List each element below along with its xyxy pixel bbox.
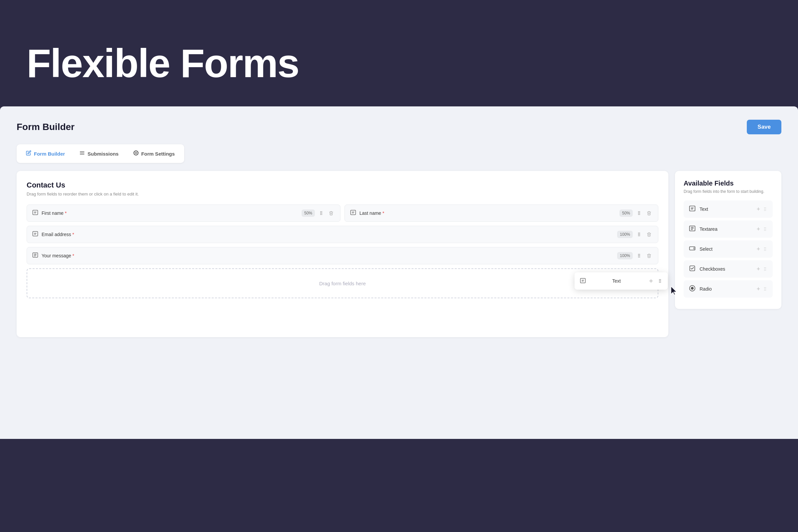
field-first-name-label: First name *: [41, 210, 66, 216]
svg-point-39: [638, 257, 639, 258]
svg-point-10: [322, 213, 322, 213]
field-last-name-label: Last name *: [359, 210, 384, 216]
text-icon: [689, 205, 696, 213]
svg-rect-4: [33, 210, 38, 215]
svg-point-69: [764, 230, 765, 231]
available-field-radio[interactable]: Radio +: [684, 280, 773, 298]
field-message[interactable]: Your message * 100%: [26, 247, 658, 264]
app-container: Form Builder Save Form Builder Submissio: [0, 107, 798, 439]
add-select-icon[interactable]: +: [757, 246, 760, 253]
field-email-delete[interactable]: [645, 231, 653, 238]
drag-checkboxes-icon[interactable]: [763, 267, 767, 271]
text-field-icon-2: [350, 209, 356, 217]
floating-card-label: Text: [589, 278, 644, 284]
field-email-width: 100%: [617, 231, 633, 238]
available-field-textarea[interactable]: Textarea +: [684, 221, 773, 238]
text-field-icon: [32, 209, 38, 217]
field-first-name-drag[interactable]: [318, 209, 325, 217]
svg-point-3: [135, 152, 137, 154]
text-field-icon-3: [32, 231, 38, 238]
svg-point-36: [640, 254, 640, 255]
svg-point-19: [640, 213, 640, 213]
svg-point-93: [765, 290, 766, 291]
field-message-width: 100%: [617, 252, 633, 259]
field-email-label: Email address *: [41, 232, 74, 237]
tab-submissions-label: Submissions: [88, 151, 118, 157]
svg-point-88: [764, 287, 765, 288]
tab-form-settings[interactable]: Form Settings: [127, 147, 182, 160]
field-last-name[interactable]: Last name * 50%: [344, 205, 658, 222]
tab-submissions[interactable]: Submissions: [73, 147, 125, 160]
field-message-delete[interactable]: [645, 252, 653, 259]
save-button[interactable]: Save: [747, 120, 781, 134]
floating-card-icon: [580, 278, 586, 285]
svg-point-70: [765, 230, 766, 231]
svg-point-59: [764, 210, 765, 211]
svg-point-73: [764, 247, 765, 248]
svg-point-40: [640, 257, 640, 258]
svg-point-78: [765, 250, 766, 251]
svg-point-90: [764, 289, 765, 289]
svg-point-77: [764, 250, 765, 251]
available-fields-title: Available Fields: [684, 179, 773, 187]
svg-rect-41: [581, 278, 586, 283]
form-panel: Contact Us Drag form fields to reorder t…: [17, 171, 668, 337]
field-last-name-delete[interactable]: [645, 209, 653, 217]
svg-point-37: [638, 255, 639, 256]
available-field-textarea-label: Textarea: [700, 226, 718, 232]
floating-card-add[interactable]: [647, 277, 655, 285]
drag-text-icon[interactable]: [763, 207, 767, 211]
svg-point-87: [691, 287, 694, 290]
svg-point-57: [764, 209, 765, 209]
edit-icon: [26, 150, 31, 157]
svg-point-26: [640, 233, 640, 233]
svg-point-35: [638, 254, 639, 255]
drag-radio-icon[interactable]: [763, 287, 767, 291]
field-first-name[interactable]: First name * 50%: [26, 205, 341, 222]
available-field-text-label: Text: [700, 207, 708, 212]
field-email-drag[interactable]: [635, 231, 643, 238]
svg-point-55: [764, 208, 765, 208]
add-radio-icon[interactable]: +: [757, 286, 760, 292]
field-email[interactable]: Email address * 100%: [26, 226, 658, 243]
svg-point-83: [765, 269, 766, 269]
svg-point-46: [659, 279, 660, 280]
tabs-container: Form Builder Submissions Form Settings: [17, 144, 184, 163]
field-last-name-drag[interactable]: [635, 209, 643, 217]
form-panel-title: Contact Us: [26, 181, 658, 190]
svg-point-49: [660, 281, 661, 281]
svg-point-67: [764, 229, 765, 229]
drag-zone[interactable]: Drag form fields here Text: [26, 268, 658, 298]
available-field-checkboxes[interactable]: Checkboxes +: [684, 260, 773, 278]
svg-point-28: [640, 234, 640, 235]
svg-point-51: [660, 282, 661, 283]
available-fields-panel: Available Fields Drag form fields into t…: [675, 171, 781, 309]
available-field-select[interactable]: Select +: [684, 241, 773, 258]
svg-point-12: [322, 214, 322, 215]
tab-form-builder[interactable]: Form Builder: [19, 147, 72, 160]
add-text-icon[interactable]: +: [757, 206, 760, 213]
svg-point-29: [638, 235, 639, 236]
add-checkboxes-icon[interactable]: +: [757, 266, 760, 273]
checkbox-icon: [689, 265, 696, 273]
svg-point-38: [640, 255, 640, 256]
svg-point-60: [765, 210, 766, 211]
svg-point-65: [764, 227, 765, 228]
available-field-text[interactable]: Text +: [684, 201, 773, 218]
drag-textarea-icon[interactable]: [763, 227, 767, 231]
svg-point-11: [320, 214, 321, 215]
svg-point-30: [640, 235, 640, 236]
field-first-name-delete[interactable]: [327, 209, 335, 217]
svg-point-17: [640, 211, 640, 212]
svg-point-68: [765, 229, 766, 229]
add-textarea-icon[interactable]: +: [757, 226, 760, 233]
svg-point-21: [640, 214, 640, 215]
svg-point-9: [320, 213, 321, 213]
svg-rect-22: [33, 231, 38, 236]
form-row-1: First name * 50%: [26, 205, 658, 222]
field-first-name-width: 50%: [302, 209, 315, 217]
cursor-indicator: [670, 286, 678, 297]
drag-select-icon[interactable]: [763, 247, 767, 251]
app-header: Form Builder Save: [17, 120, 781, 134]
field-message-drag[interactable]: [635, 252, 643, 259]
